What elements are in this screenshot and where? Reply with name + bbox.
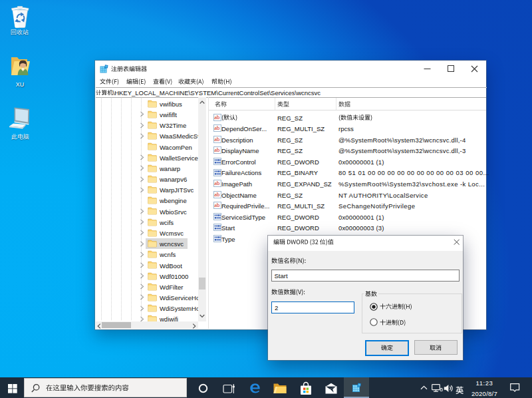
svg-text:ab: ab [214,191,219,198]
svg-text:ab: ab [214,124,219,131]
svg-text:ab: ab [214,147,219,154]
svg-text:ab: ab [214,114,219,120]
svg-text:ab: ab [214,136,219,142]
svg-text:ab: ab [214,180,219,186]
svg-text:ab: ab [214,202,219,208]
